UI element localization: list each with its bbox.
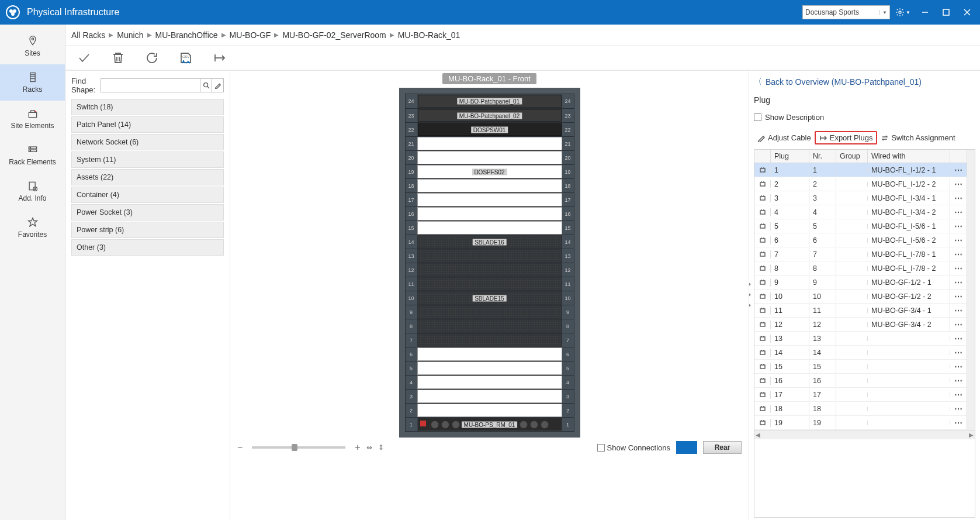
row-menu-button[interactable]: ⋯ xyxy=(950,250,967,259)
breadcrumb-item[interactable]: All Racks xyxy=(71,30,105,40)
rack-unit-3[interactable]: 33 xyxy=(406,389,574,403)
refresh-button[interactable] xyxy=(144,50,160,66)
nav-item-racks[interactable]: Racks xyxy=(0,64,65,101)
col-nr-header[interactable]: Nr. xyxy=(809,150,836,163)
rack-canvas[interactable]: MU-BO-Rack_01 - Front 24MU-BO-Patchpanel… xyxy=(230,71,749,520)
search-button[interactable] xyxy=(200,78,212,92)
row-menu-button[interactable]: ⋯ xyxy=(950,306,967,315)
nav-item-add-info[interactable]: Add. Info xyxy=(0,173,65,209)
plug-row[interactable]: 1212MU-BO-GF-3/4 - 2⋯ xyxy=(754,318,967,332)
rack-unit-16[interactable]: 1616 xyxy=(406,206,574,221)
row-menu-button[interactable]: ⋯ xyxy=(950,404,967,414)
row-menu-button[interactable]: ⋯ xyxy=(950,334,967,343)
rack-unit-9[interactable]: 99 xyxy=(406,305,574,319)
col-group-header[interactable]: Group xyxy=(836,150,868,163)
minimize-button[interactable] xyxy=(915,4,936,21)
breadcrumb-item[interactable]: Munich xyxy=(117,30,143,40)
breadcrumb-item[interactable]: MU-BO-GF-02_ServerRoom xyxy=(282,30,386,40)
row-menu-button[interactable]: ⋯ xyxy=(950,376,967,385)
row-menu-button[interactable]: ⋯ xyxy=(950,194,967,203)
rack-unit-24[interactable]: 24MU-BO-Patchpanel_0124 xyxy=(406,94,574,108)
rack-unit-1[interactable]: 1MU-BO-PS_RM_011 xyxy=(406,417,574,431)
rack-unit-7[interactable]: 77 xyxy=(406,333,574,347)
rack-unit-12[interactable]: 1212 xyxy=(406,263,574,277)
export-button[interactable] xyxy=(212,50,228,66)
row-menu-button[interactable]: ⋯ xyxy=(950,222,967,231)
plug-row[interactable]: 77MU-BO-FL_I-7/8 - 1⋯ xyxy=(754,247,967,261)
zoom-in-button[interactable]: + xyxy=(355,442,360,453)
shape-category[interactable]: Other (3) xyxy=(71,239,224,256)
settings-button[interactable]: ▼ xyxy=(895,8,911,17)
row-menu-button[interactable]: ⋯ xyxy=(950,278,967,287)
table-horizontal-scrollbar[interactable]: ◀▶ xyxy=(754,430,975,439)
show-description-checkbox[interactable]: Show Description xyxy=(754,113,975,122)
col-wired-header[interactable]: Wired with xyxy=(868,150,950,163)
shape-category[interactable]: Assets (22) xyxy=(71,169,224,185)
rack-unit-14[interactable]: 14SBLADE1614 xyxy=(406,235,574,249)
row-menu-button[interactable]: ⋯ xyxy=(950,264,967,273)
plug-row[interactable]: 1515⋯ xyxy=(754,360,967,374)
rack-front-view[interactable]: 24MU-BO-Patchpanel_012423MU-BO-Patchpane… xyxy=(405,94,574,432)
row-menu-button[interactable]: ⋯ xyxy=(950,292,967,301)
delete-button[interactable] xyxy=(110,50,126,66)
plug-row[interactable]: 66MU-BO-FL_I-5/6 - 2⋯ xyxy=(754,233,967,247)
confirm-button[interactable] xyxy=(76,50,92,66)
shape-category[interactable]: Switch (18) xyxy=(71,99,224,115)
breadcrumb-item[interactable]: MU-BO-GF xyxy=(230,30,271,40)
plug-row[interactable]: 1717⋯ xyxy=(754,388,967,402)
find-shape-input[interactable] xyxy=(101,78,200,92)
table-vertical-scrollbar[interactable] xyxy=(967,150,975,430)
row-menu-button[interactable]: ⋯ xyxy=(950,348,967,357)
rack-unit-23[interactable]: 23MU-BO-Patchpanel_0223 xyxy=(406,108,574,122)
plug-row[interactable]: 44MU-BO-FL_I-3/4 - 2⋯ xyxy=(754,205,967,219)
rack-unit-6[interactable]: 66 xyxy=(406,347,574,361)
csv-export-button[interactable]: CSV xyxy=(178,50,194,66)
rack-unit-20[interactable]: 2020 xyxy=(406,150,574,164)
zoom-slider[interactable] xyxy=(252,446,345,449)
front-indicator[interactable] xyxy=(676,441,697,454)
fit-width-icon[interactable]: ⇔ xyxy=(366,443,372,452)
breadcrumb-item[interactable]: MU-BranchOffice xyxy=(155,30,218,40)
rack-unit-13[interactable]: 1313 xyxy=(406,249,574,263)
col-plug-header[interactable]: Plug xyxy=(771,150,809,163)
row-menu-button[interactable]: ⋯ xyxy=(950,390,967,400)
plug-row[interactable]: 11MU-BO-FL_I-1/2 - 1⋯ xyxy=(754,163,967,177)
plug-row[interactable]: 99MU-BO-GF-1/2 - 1⋯ xyxy=(754,276,967,290)
rack-unit-8[interactable]: 88 xyxy=(406,319,574,333)
row-menu-button[interactable]: ⋯ xyxy=(950,236,967,245)
back-to-overview-link[interactable]: 〈 Back to Overview (MU-BO-Patchpanel_01) xyxy=(754,77,975,87)
row-menu-button[interactable]: ⋯ xyxy=(950,166,967,175)
show-connections-checkbox[interactable]: Show Connections xyxy=(597,443,670,452)
rack-unit-11[interactable]: 1111 xyxy=(406,277,574,291)
rack-unit-15[interactable]: 1515 xyxy=(406,221,574,235)
row-menu-button[interactable]: ⋯ xyxy=(950,320,967,329)
adjust-cable-button[interactable]: Adjust Cable xyxy=(754,132,815,143)
rack-unit-19[interactable]: 19DOSPFS0219 xyxy=(406,164,574,178)
shape-category[interactable]: Power strip (6) xyxy=(71,222,224,238)
shape-category[interactable]: System (11) xyxy=(71,151,224,168)
rack-unit-22[interactable]: 22DOSPSW0122 xyxy=(406,122,574,136)
rack-unit-18[interactable]: 1818 xyxy=(406,178,574,192)
rack-unit-10[interactable]: 10SBLADE1510 xyxy=(406,291,574,305)
close-button[interactable] xyxy=(957,4,978,21)
plug-row[interactable]: 1616⋯ xyxy=(754,374,967,388)
rear-button[interactable]: Rear xyxy=(703,441,742,454)
plug-row[interactable]: 22MU-BO-FL_I-1/2 - 2⋯ xyxy=(754,177,967,191)
company-selector[interactable]: Docusnap Sports ▼ xyxy=(802,5,890,19)
plug-row[interactable]: 55MU-BO-FL_I-5/6 - 1⋯ xyxy=(754,219,967,233)
row-menu-button[interactable]: ⋯ xyxy=(950,180,967,189)
shape-category[interactable]: Patch Panel (14) xyxy=(71,116,224,133)
nav-item-favorites[interactable]: Favorites xyxy=(0,209,65,246)
row-menu-button[interactable]: ⋯ xyxy=(950,362,967,371)
rack-unit-4[interactable]: 44 xyxy=(406,375,574,389)
export-plugs-button[interactable]: Export Plugs xyxy=(815,131,878,144)
rack-unit-5[interactable]: 55 xyxy=(406,361,574,375)
fit-height-icon[interactable]: ⇕ xyxy=(378,443,384,452)
splitter-handle[interactable] xyxy=(749,277,751,312)
plug-row[interactable]: 1919⋯ xyxy=(754,416,967,430)
nav-item-sites[interactable]: Sites xyxy=(0,28,65,64)
plug-row[interactable]: 33MU-BO-FL_I-3/4 - 1⋯ xyxy=(754,191,967,205)
switch-assignment-button[interactable]: Switch Assignment xyxy=(877,132,958,143)
plug-row[interactable]: 1313⋯ xyxy=(754,332,967,346)
nav-item-rack-elements[interactable]: Rack Elements xyxy=(0,137,65,173)
